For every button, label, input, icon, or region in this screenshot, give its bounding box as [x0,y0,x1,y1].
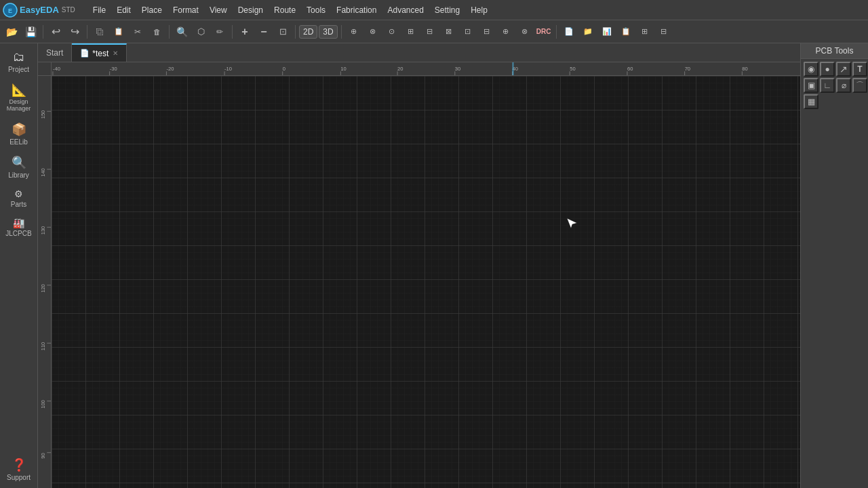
svg-text:-10: -10 [224,66,232,72]
tab-test-close[interactable]: ✕ [113,49,118,57]
pcb-canvas[interactable] [52,76,800,488]
sidebar-item-eelib[interactable]: 📦 EELib [1,118,37,150]
menu-design[interactable]: Design [233,3,269,18]
zoom-out-button[interactable]: − [255,23,273,41]
svg-text:E: E [8,7,12,14]
sidebar-label-parts: Parts [11,201,26,208]
pcb-pad-tool[interactable]: ● [820,62,835,77]
fab-tool-5[interactable]: ⊞ [636,23,654,41]
menu-tools[interactable]: Tools [301,3,331,18]
svg-text:-40: -40 [53,66,60,72]
support-icon: ❓ [12,458,26,472]
fab-tool-2[interactable]: 📁 [579,23,597,41]
save-button[interactable]: 💾 [22,23,39,41]
fab-tool-6[interactable]: ⊟ [655,23,673,41]
sidebar-item-parts[interactable]: ⚙ Parts [1,184,37,212]
sidebar-item-jlcpcb[interactable]: 🏭 JLCPCB [1,214,37,241]
svg-rect-30 [38,76,51,488]
toolbar-sep-5 [295,25,296,39]
menu-setting[interactable]: Setting [429,3,465,18]
main-layout: 🗂 Project 📐 DesignManager 📦 EELib 🔍 Libr… [0,43,868,488]
extra-tool-8[interactable]: ⊟ [478,23,496,41]
open-folder-button[interactable]: 📂 [3,23,20,41]
sidebar-label-jlcpcb: JLCPCB [5,230,31,237]
align-button[interactable]: ⬡ [192,23,210,41]
tab-test[interactable]: 📄 *test ✕ [72,43,127,62]
drc-tool[interactable]: DRC [535,23,553,41]
tab-start-label: Start [46,48,63,58]
svg-text:70: 70 [685,66,690,72]
menu-view[interactable]: View [204,3,233,18]
svg-text:130: 130 [40,226,46,235]
menu-format[interactable]: Format [167,3,204,18]
sidebar-item-project[interactable]: 🗂 Project [1,46,37,77]
extra-tool-1[interactable]: ⊕ [345,23,363,41]
pcb-panel-tool[interactable]: ▦ [804,94,818,109]
svg-text:50: 50 [570,66,575,72]
ruler-corner [38,62,52,76]
fit-button[interactable]: ⊡ [274,23,292,41]
svg-text:10: 10 [340,66,346,72]
menu-fabrication[interactable]: Fabrication [331,3,382,18]
svg-text:120: 120 [40,284,46,293]
2d-button[interactable]: 2D [299,25,317,39]
extra-tool-10[interactable]: ⊗ [516,23,534,41]
toolbar-sep-4 [232,25,233,39]
extra-tool-9[interactable]: ⊕ [497,23,515,41]
undo-button[interactable]: ↩ [47,23,64,41]
fab-tool-4[interactable]: 📋 [617,23,635,41]
extra-tool-6[interactable]: ⊠ [440,23,458,41]
sidebar-item-library[interactable]: 🔍 Library [1,151,37,183]
jlcpcb-icon: 🏭 [13,218,24,228]
svg-text:140: 140 [39,168,45,177]
extra-tool-7[interactable]: ⊡ [459,23,477,41]
copy-button[interactable]: ⿻ [91,23,108,41]
menu-help[interactable]: Help [465,3,493,18]
zoom-in-button[interactable]: + [236,23,254,41]
pcb-via-tool[interactable]: ◉ [804,62,818,77]
app-edition: STD [62,6,75,14]
menu-file[interactable]: File [87,3,111,18]
svg-text:30: 30 [455,66,460,72]
eelib-icon: 📦 [12,122,26,137]
menu-place[interactable]: Place [136,3,167,18]
svg-text:100: 100 [40,400,46,409]
search-button[interactable]: 🔍 [173,23,191,41]
ruler-left: 150 140 130 120 110 100 90 [38,76,52,488]
menu-edit[interactable]: Edit [111,3,136,18]
redo-button[interactable]: ↪ [66,23,83,41]
extra-tool-5[interactable]: ⊟ [421,23,439,41]
cut-button[interactable]: ✂ [129,23,146,41]
highlight-button[interactable]: ✏ [211,23,229,41]
tab-start[interactable]: Start [38,43,72,62]
project-icon: 🗂 [13,50,25,64]
pcb-angle-tool[interactable]: ∟ [820,78,835,93]
extra-tool-4[interactable]: ⊞ [402,23,420,41]
pcb-tools-grid: ◉ ● ↗ T ▣ ∟ ⌀ ⌒ ▦ [801,59,868,112]
fab-tool-1[interactable]: 📄 [560,23,578,41]
menu-advanced[interactable]: Advanced [382,3,429,18]
menu-route[interactable]: Route [269,3,301,18]
extra-tool-3[interactable]: ⊙ [383,23,401,41]
paste-button[interactable]: 📋 [110,23,127,41]
left-sidebar: 🗂 Project 📐 DesignManager 📦 EELib 🔍 Libr… [0,43,38,488]
pcb-text-tool[interactable]: T [852,62,867,77]
fab-tool-3[interactable]: 📊 [598,23,616,41]
3d-button[interactable]: 3D [319,25,337,39]
toolbar: 📂 💾 ↩ ↪ ⿻ 📋 ✂ 🗑 🔍 ⬡ ✏ + − ⊡ 2D 3D ⊕ ⊗ ⊙ … [0,20,868,43]
pcb-image-tool[interactable]: ▣ [804,78,818,93]
library-icon: 🔍 [12,155,26,170]
app-name: EasyEDA [20,5,59,15]
pcb-measure-tool[interactable]: ⌀ [836,78,851,93]
svg-text:110: 110 [40,342,46,351]
tab-test-icon: 📄 [80,49,90,58]
sidebar-label-project: Project [8,66,29,73]
pcb-cursor-tool[interactable]: ↗ [836,62,851,77]
sidebar-item-support[interactable]: ❓ Support [1,453,37,485]
pcb-arc-tool[interactable]: ⌒ [852,78,867,93]
delete-button[interactable]: 🗑 [148,23,165,41]
svg-text:150: 150 [40,110,46,119]
sidebar-item-design-manager[interactable]: 📐 DesignManager [1,79,37,117]
extra-tool-2[interactable]: ⊗ [364,23,382,41]
toolbar-sep-7 [556,25,557,39]
